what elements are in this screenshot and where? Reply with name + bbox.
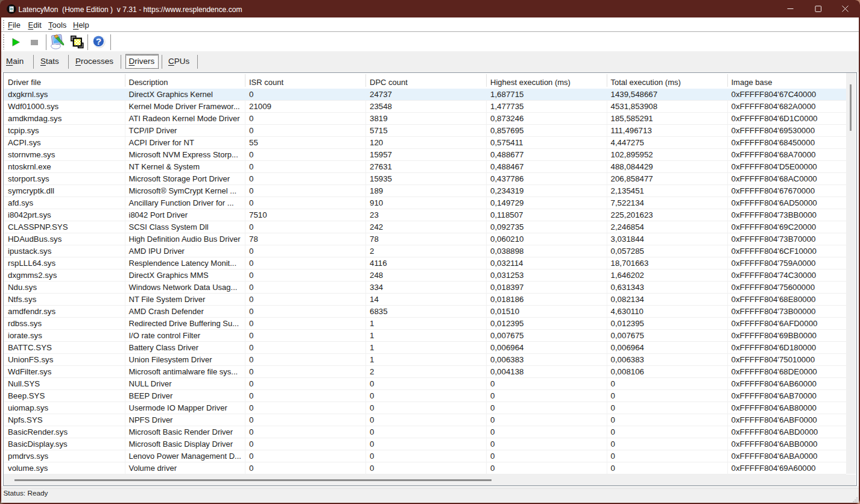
svg-text:?: ? (96, 36, 101, 46)
